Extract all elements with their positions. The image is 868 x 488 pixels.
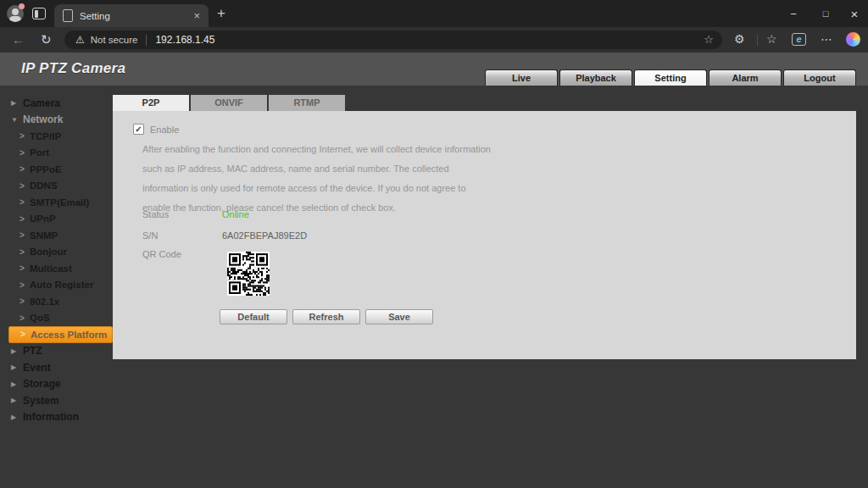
sidebar-item-qos[interactable]: >QoS <box>0 310 113 327</box>
sidebar-item-camera[interactable]: ▶Camera <box>0 95 113 112</box>
not-secure-label: Not secure <box>91 35 138 45</box>
profile-notification-dot <box>19 3 25 9</box>
triangle-right-icon: ▶ <box>11 413 23 421</box>
browser-tab[interactable]: Setting × <box>54 4 209 27</box>
chevron-right-icon: > <box>19 148 30 158</box>
maximize-button[interactable]: □ <box>812 3 839 24</box>
enable-row: ✓ Enable <box>133 124 179 135</box>
ellipsis-menu-icon[interactable]: ⋯ <box>821 32 833 46</box>
sn-label: S/N <box>142 230 158 241</box>
triangle-right-icon: ▶ <box>11 380 23 388</box>
sidebar-item-pppoe[interactable]: >PPPoE <box>0 161 113 178</box>
status-label: Status <box>142 209 169 219</box>
close-window-button[interactable]: × <box>841 3 868 24</box>
sidebar-item-snmp[interactable]: >SNMP <box>0 227 113 244</box>
chevron-right-icon: > <box>19 197 30 207</box>
default-button[interactable]: Default <box>220 309 287 324</box>
chevron-right-icon: > <box>19 230 30 240</box>
triangle-down-icon: ▼ <box>11 116 23 124</box>
sidebar-item-ptz[interactable]: ▶PTZ <box>0 343 113 360</box>
chevron-right-icon: > <box>19 181 30 191</box>
settings-sidebar: ▶Camera ▼Network >TCP/IP >Port >PPPoE >D… <box>0 86 113 425</box>
sidebar-item-8021x[interactable]: >802.1x <box>0 293 113 310</box>
status-value: Online <box>222 209 249 219</box>
notice-line: information is only used for remote acce… <box>142 179 491 198</box>
browser-essentials-icon[interactable]: ⚙ <box>734 32 745 46</box>
screen: Setting × + − □ × ← ↻ ⚠ Not secure 192.1… <box>0 0 868 488</box>
chevron-right-icon: > <box>19 164 30 174</box>
qr-code-label: QR Code <box>142 249 181 259</box>
avatar-body <box>9 16 21 22</box>
address-bar[interactable]: ⚠ Not secure 192.168.1.45 ☆ <box>64 30 722 49</box>
sidebar-item-event[interactable]: ▶Event <box>0 359 113 376</box>
app-title: IP PTZ Camera <box>21 60 125 77</box>
url-text[interactable]: 192.168.1.45 <box>155 34 214 46</box>
sidebar-item-upnp[interactable]: >UPnP <box>0 211 113 228</box>
sidebar-item-smtp[interactable]: >SMTP(Email) <box>0 194 113 211</box>
sidebar-item-bonjour[interactable]: >Bonjour <box>0 244 113 261</box>
sidebar-item-tcpip[interactable]: >TCP/IP <box>0 128 113 145</box>
sidebar-item-multicast[interactable]: >Multicast <box>0 260 113 277</box>
page-favicon-icon <box>63 9 73 22</box>
enable-checkbox[interactable]: ✓ <box>133 124 144 135</box>
sidebar-item-port[interactable]: >Port <box>0 145 113 162</box>
nav-playback-button[interactable]: Playback <box>559 69 632 86</box>
edge-sidebar-icon[interactable]: e <box>792 33 806 46</box>
tab-workspaces-icon[interactable] <box>32 8 46 19</box>
sidebar-item-storage[interactable]: ▶Storage <box>0 376 113 393</box>
tab-rtmp[interactable]: RTMP <box>269 95 345 111</box>
close-tab-icon[interactable]: × <box>193 9 200 22</box>
chevron-right-icon: > <box>19 297 30 306</box>
triangle-right-icon: ▶ <box>11 396 23 404</box>
chevron-right-icon: > <box>19 131 30 141</box>
form-buttons: Default Refresh Save <box>220 309 433 324</box>
chevron-right-icon: > <box>19 263 30 273</box>
back-icon[interactable]: ← <box>12 32 25 47</box>
sidebar-item-auto-register[interactable]: >Auto Register <box>0 277 113 294</box>
sn-value: 6A02FBEPAJ89E2D <box>222 230 307 241</box>
bookmark-star-icon[interactable]: ☆ <box>704 33 714 46</box>
not-secure-warning-icon: ⚠ <box>75 35 85 45</box>
favorites-icon[interactable]: ☆ <box>766 32 777 46</box>
nav-setting-button[interactable]: Setting <box>634 69 707 86</box>
refresh-button[interactable]: Refresh <box>292 309 360 324</box>
sidebar-item-system[interactable]: ▶System <box>0 392 113 409</box>
notice-line: After enabling the function and connecti… <box>142 140 491 159</box>
refresh-icon[interactable]: ↻ <box>41 32 52 47</box>
tab-onvif[interactable]: ONVIF <box>191 95 267 111</box>
settings-panel: P2P ONVIF RTMP ✓ Enable After enabling t… <box>113 95 856 359</box>
triangle-right-icon: ▶ <box>11 99 23 107</box>
sidebar-item-ddns[interactable]: >DDNS <box>0 178 113 195</box>
sidebar-item-network[interactable]: ▼Network <box>0 112 113 129</box>
browser-titlebar: Setting × + − □ × <box>0 0 868 27</box>
browser-toolbar: ← ↻ ⚠ Not secure 192.168.1.45 ☆ ⚙ ☆ e ⋯ <box>0 27 868 53</box>
enable-label: Enable <box>150 125 179 135</box>
minimize-button[interactable]: − <box>780 3 807 24</box>
triangle-right-icon: ▶ <box>11 363 23 371</box>
browser-tab-title: Setting <box>80 11 193 21</box>
notice-line: enable the function, please cancel the s… <box>142 198 491 218</box>
new-tab-button[interactable]: + <box>217 5 225 22</box>
p2p-panel-body: ✓ Enable After enabling the function and… <box>113 111 856 359</box>
copilot-icon[interactable] <box>846 32 860 47</box>
toolbar-divider <box>757 35 758 46</box>
triangle-right-icon: ▶ <box>11 347 23 355</box>
main-nav: Live Playback Setting Alarm Logout <box>485 69 856 86</box>
avatar-head <box>12 8 19 15</box>
tab-p2p[interactable]: P2P <box>113 95 189 111</box>
nav-live-button[interactable]: Live <box>485 69 558 86</box>
nav-alarm-button[interactable]: Alarm <box>709 69 782 86</box>
chevron-right-icon: > <box>19 247 30 257</box>
chevron-right-icon: > <box>19 313 30 323</box>
sidebar-item-access-platform[interactable]: >Access Platform <box>8 326 113 343</box>
save-button[interactable]: Save <box>365 309 433 324</box>
p2p-notice-text: After enabling the function and connecti… <box>142 140 491 218</box>
chevron-right-icon: > <box>20 330 31 339</box>
chevron-right-icon: > <box>19 214 30 224</box>
tab-bar: P2P ONVIF RTMP <box>113 95 856 111</box>
chevron-right-icon: > <box>19 280 30 290</box>
app-header: IP PTZ Camera Live Playback Setting Alar… <box>0 53 868 86</box>
nav-logout-button[interactable]: Logout <box>783 69 856 86</box>
sidebar-item-information[interactable]: ▶Information <box>0 409 113 426</box>
qr-code-image <box>227 252 270 296</box>
